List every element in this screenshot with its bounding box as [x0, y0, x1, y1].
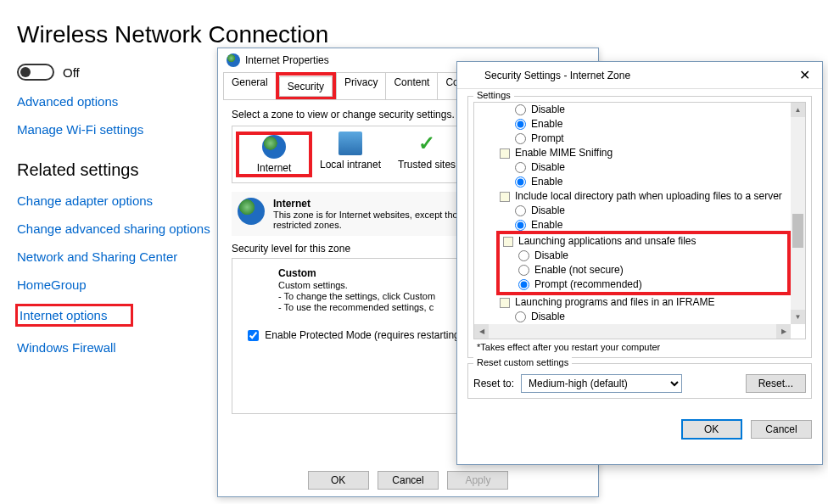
category-icon	[500, 148, 510, 159]
radio-localdir-disable[interactable]	[515, 205, 526, 216]
tab-security-highlight: Security	[276, 72, 336, 99]
radio-disable-1[interactable]	[515, 104, 526, 115]
ss-ok-button[interactable]: OK	[681, 419, 742, 440]
reset-to-label: Reset to:	[473, 378, 514, 389]
wifi-toggle[interactable]	[17, 64, 54, 81]
enable-protected-mode-label: Enable Protected Mode (requires restarti…	[265, 329, 465, 341]
launching-apps-highlight: Launching applications and unsafe files …	[496, 231, 791, 295]
tab-privacy[interactable]: Privacy	[336, 72, 386, 99]
horizontal-scrollbar[interactable]: ◀ ▶	[474, 324, 791, 339]
radio-launch-prompt[interactable]	[518, 279, 529, 290]
category-icon	[500, 192, 510, 202]
zone-internet-label: Internet	[239, 162, 309, 174]
shield-icon	[466, 69, 479, 82]
cat-launching-apps: Launching applications and unsafe files	[518, 234, 696, 249]
internet-options-link[interactable]: Internet options	[18, 308, 107, 322]
radio-enable-1[interactable]	[515, 119, 526, 130]
reset-group-label: Reset custom settings	[473, 357, 572, 367]
checkmark-icon: ✓	[415, 132, 439, 155]
category-icon	[503, 237, 513, 247]
settings-tree[interactable]: Disable Enable Prompt Enable MIME Sniffi…	[473, 102, 806, 339]
close-icon[interactable]: ✕	[796, 67, 814, 83]
ip-ok-button[interactable]: OK	[308, 471, 369, 490]
scroll-down-arrow-icon[interactable]: ▼	[791, 310, 805, 324]
ss-cancel-button[interactable]: Cancel	[751, 420, 812, 439]
cat-mime-sniffing: Enable MIME Sniffing	[515, 146, 613, 160]
reset-to-select[interactable]: Medium-high (default)	[521, 374, 682, 393]
scroll-up-arrow-icon[interactable]: ▲	[791, 103, 805, 117]
zone-trusted-label: Trusted sites	[389, 159, 465, 171]
globe-icon-large	[238, 198, 265, 225]
intranet-icon	[338, 132, 362, 155]
internet-properties-title: Internet Properties	[245, 54, 329, 66]
settings-group-label: Settings	[473, 90, 514, 100]
security-settings-title: Security Settings - Internet Zone	[484, 70, 630, 81]
ip-apply-button[interactable]: Apply	[447, 471, 508, 490]
tab-general[interactable]: General	[223, 72, 277, 99]
radio-launch-enable[interactable]	[518, 265, 529, 276]
radio-launch-disable[interactable]	[518, 250, 529, 261]
restart-footnote: *Takes effect after you restart your com…	[477, 342, 806, 352]
radio-prompt-1[interactable]	[515, 133, 526, 144]
ip-cancel-button[interactable]: Cancel	[378, 471, 439, 490]
radio-localdir-enable[interactable]	[515, 220, 526, 231]
scrollbar-thumb[interactable]	[792, 214, 803, 248]
scroll-right-arrow-icon[interactable]: ▶	[776, 324, 791, 339]
reset-button[interactable]: Reset...	[746, 374, 806, 393]
zone-intranet-label: Local intranet	[312, 159, 389, 171]
radio-mime-disable[interactable]	[515, 162, 526, 173]
zone-internet[interactable]: Internet	[236, 132, 312, 177]
radio-mime-enable[interactable]	[515, 176, 526, 188]
radio-iframe-disable[interactable]	[515, 311, 526, 322]
cat-launching-iframe: Launching programs and files in an IFRAM…	[515, 295, 714, 310]
internet-options-highlight: Internet options	[15, 304, 133, 327]
tab-security[interactable]: Security	[279, 76, 333, 97]
cat-local-dir-path: Include local directory path when upload…	[515, 189, 782, 204]
vertical-scrollbar[interactable]: ▲ ▼	[791, 103, 805, 324]
page-title: Wireless Network Connection	[17, 21, 828, 48]
security-settings-dialog: Security Settings - Internet Zone ✕ Sett…	[456, 61, 823, 465]
zone-local-intranet[interactable]: Local intranet	[312, 132, 389, 177]
security-level-custom: Custom	[278, 267, 316, 279]
category-icon	[500, 298, 510, 308]
zone-trusted-sites[interactable]: ✓ Trusted sites	[389, 132, 465, 177]
scroll-left-arrow-icon[interactable]: ◀	[474, 324, 489, 339]
tab-content[interactable]: Content	[385, 72, 438, 99]
zone-desc-name: Internet	[273, 198, 310, 210]
enable-protected-mode-checkbox[interactable]	[248, 330, 259, 341]
wifi-toggle-label: Off	[63, 65, 80, 80]
internet-properties-icon	[227, 53, 240, 67]
globe-icon	[262, 135, 286, 159]
